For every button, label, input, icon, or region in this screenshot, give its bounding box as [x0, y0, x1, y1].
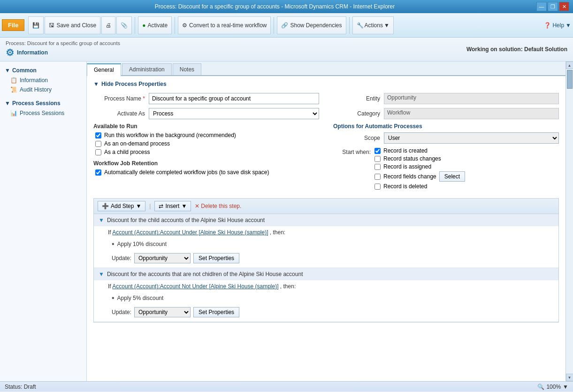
convert-button[interactable]: ⚙ Convert to a real-time workflow [178, 16, 271, 34]
delete-step-button[interactable]: ✕ Delete this step. [195, 203, 241, 209]
vertical-scrollbar[interactable]: ▲ ▼ [565, 61, 573, 381]
start-when-created-row: Record is created [374, 147, 465, 154]
select-button[interactable]: Select [439, 171, 465, 182]
step-area: ➕ Add Step ▼ | ⇄ Insert ▼ ✕ Delete this … [93, 198, 559, 323]
entity-row: Entity Opportunity [333, 93, 559, 104]
checkbox-record-status[interactable] [374, 156, 381, 162]
checkbox-row-on-demand: As an on-demand process [93, 140, 319, 147]
condition-link-2[interactable]: Account (Account):Account Not Under [Alp… [112, 283, 278, 290]
start-when-deleted-row: Record is deleted [374, 183, 465, 190]
tab-notes[interactable]: Notes [173, 63, 201, 75]
sidebar-process-sessions-header: ▼ Process Sessions [0, 98, 86, 108]
save-close-button[interactable]: 🖫 Save and Close [45, 16, 100, 34]
save-button[interactable]: 💾 [28, 16, 44, 34]
attach-button[interactable]: 📎 [116, 16, 132, 34]
scope-select[interactable]: User [384, 132, 559, 144]
tab-general[interactable]: General [87, 63, 121, 76]
toolbar: File 💾 🖫 Save and Close 🖨 📎 ● Activate ⚙… [0, 13, 573, 38]
sidebar: ▼ Common 📋 Information 📜 Audit History ▼… [0, 61, 87, 381]
save-icon: 💾 [32, 22, 39, 29]
start-when-row: Start when: Record is created Record sta… [333, 147, 559, 190]
sidebar-common-header: ▼ Common [0, 65, 86, 76]
checkbox-record-deleted[interactable] [374, 184, 381, 190]
sidebar-item-process-sessions[interactable]: 📊 Process Sessions [0, 108, 86, 118]
start-when-assigned-row: Record is assigned [374, 163, 465, 170]
audit-icon: 📜 [10, 86, 17, 93]
set-properties-button-1[interactable]: Set Properties [193, 253, 239, 263]
actions-button[interactable]: 🔧 Actions ▼ [352, 16, 394, 34]
start-when-label: Start when: [333, 147, 371, 155]
start-when-fields-row: Record fields change Select [374, 171, 465, 182]
activate-button[interactable]: ● Activate [138, 16, 172, 34]
sidebar-item-audit-history[interactable]: 📜 Audit History [0, 85, 86, 94]
checkbox-record-assigned[interactable] [374, 164, 381, 170]
show-deps-icon: 🔗 [281, 22, 288, 29]
scroll-thumb[interactable] [567, 70, 573, 89]
update-select-1[interactable]: Opportunity [134, 253, 191, 263]
record-assigned-label: Record is assigned [383, 163, 431, 170]
scroll-down-button[interactable]: ▼ [566, 374, 573, 381]
insert-button[interactable]: ⇄ Insert ▼ [154, 201, 191, 211]
title-bar-text: Process: Discount for a specific group o… [13, 3, 536, 10]
checkbox-retention[interactable] [95, 169, 101, 176]
breadcrumb: Process: Discount for a specific group o… [6, 40, 120, 46]
checkbox-row-background: Run this workflow in the background (rec… [93, 132, 319, 138]
add-step-button[interactable]: ➕ Add Step ▼ [98, 201, 145, 211]
sidebar-item-information[interactable]: 📋 Information [0, 76, 86, 85]
checkbox-background[interactable] [95, 132, 101, 138]
zoom-area: 🔍 100% ▼ [537, 384, 568, 390]
process-sessions-collapse-icon: ▼ [5, 100, 10, 107]
show-deps-button[interactable]: 🔗 Show Dependencies [277, 16, 346, 34]
zoom-icon: 🔍 [537, 384, 544, 390]
step-item-2: ▼ Discount for the accounts that are not… [94, 268, 558, 322]
update-select-2[interactable]: Opportunity [134, 307, 191, 317]
file-button[interactable]: File [2, 19, 24, 31]
left-column: Process Name * Activate As Process Avail… [93, 93, 319, 193]
close-button[interactable]: ✕ [559, 2, 569, 11]
step-1-collapse-icon[interactable]: ▼ [99, 217, 104, 223]
process-name-input[interactable] [149, 93, 319, 104]
checkbox-on-demand[interactable] [95, 141, 101, 147]
step-2-collapse-icon[interactable]: ▼ [99, 271, 104, 277]
checkbox-record-fields[interactable] [374, 174, 381, 180]
step-update-2: Update: Opportunity Set Properties [108, 306, 554, 319]
minimize-button[interactable]: — [536, 2, 547, 11]
step-toolbar: ➕ Add Step ▼ | ⇄ Insert ▼ ✕ Delete this … [94, 199, 558, 214]
print-button[interactable]: 🖨 [101, 16, 115, 34]
start-when-options: Record is created Record status changes … [374, 147, 465, 190]
checkbox-row-child-process: As a child process [93, 149, 319, 155]
entity-value: Opportunity [384, 93, 559, 104]
scroll-up-button[interactable]: ▲ [566, 61, 573, 69]
bullet-2: • [112, 294, 115, 302]
restore-button[interactable]: ❐ [548, 2, 558, 11]
set-properties-button-2[interactable]: Set Properties [193, 307, 239, 317]
available-to-run-label: Available to Run [93, 123, 319, 130]
help-dropdown-icon: ▼ [565, 22, 571, 29]
status-text: Status: Draft [5, 384, 36, 390]
checkbox-child-process[interactable] [95, 149, 101, 155]
insert-dropdown-icon: ▼ [181, 203, 187, 209]
help-button[interactable]: ❓ Help ▼ [544, 22, 571, 29]
toolbar-separator-4 [349, 17, 350, 34]
title-bar-controls: — ❐ ✕ [536, 2, 569, 11]
activate-icon: ● [142, 22, 145, 29]
print-icon: 🖨 [106, 22, 111, 29]
activate-as-select[interactable]: Process [149, 108, 319, 119]
information-icon: 📋 [10, 77, 17, 84]
section-header-hide-process[interactable]: ▼ Hide Process Properties [93, 81, 559, 87]
condition-link-1[interactable]: Account (Account):Account Under [Alpine … [112, 229, 268, 236]
add-step-dropdown-icon: ▼ [136, 203, 141, 209]
common-collapse-icon: ▼ [5, 67, 10, 74]
title-bar: Process: Discount for a specific group o… [0, 0, 573, 13]
step-condition-2: If Account (Account):Account Not Under [… [108, 283, 554, 290]
record-fields-label: Record fields change [383, 173, 436, 180]
save-close-icon: 🖫 [49, 22, 54, 29]
working-on-label: Working on solution: Default Solution [466, 46, 567, 53]
checkbox-record-created[interactable] [374, 148, 381, 154]
scope-row: Scope User [333, 132, 559, 144]
tab-administration[interactable]: Administration [122, 63, 172, 75]
toolbar-separator-3 [274, 17, 274, 34]
step-toolbar-divider: | [149, 203, 151, 209]
main-layout: ▼ Common 📋 Information 📜 Audit History ▼… [0, 61, 573, 381]
start-when-status-row: Record status changes [374, 155, 465, 162]
